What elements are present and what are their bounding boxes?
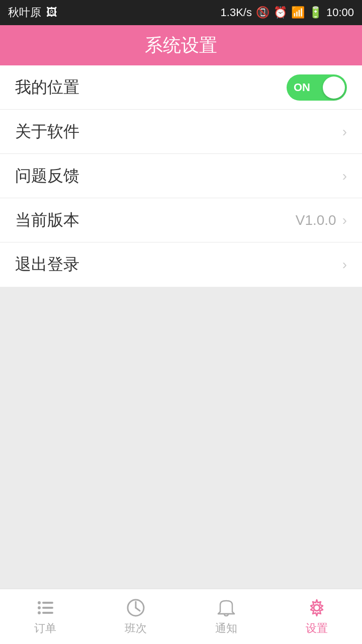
time-text: 10:00 bbox=[326, 6, 354, 19]
settings-list: 我的位置 ON 关于软件 › 问题反馈 › 当前版本 V1.0.0 › 退出登录… bbox=[0, 65, 362, 287]
version-label: 当前版本 bbox=[15, 209, 79, 231]
version-value: V1.0.0 bbox=[296, 212, 336, 228]
svg-rect-5 bbox=[42, 612, 53, 614]
bottom-nav: 订单 班次 通知 设置 bbox=[0, 589, 362, 644]
settings-item-about[interactable]: 关于软件 › bbox=[0, 110, 362, 154]
svg-rect-4 bbox=[42, 607, 53, 609]
settings-label: 设置 bbox=[306, 621, 328, 636]
status-left: 秋叶原 🖼 bbox=[8, 5, 57, 20]
page-title: 系统设置 bbox=[145, 33, 217, 58]
gallery-icon: 🖼 bbox=[46, 6, 57, 19]
carrier-text: 秋叶原 bbox=[8, 5, 41, 20]
status-right: 1.3K/s 📵 ⏰ 📶 🔋 10:00 bbox=[221, 6, 354, 19]
nav-item-shifts[interactable]: 班次 bbox=[90, 598, 181, 636]
settings-icon bbox=[307, 598, 327, 618]
signal-mute-icon: 📵 bbox=[256, 6, 269, 19]
svg-rect-3 bbox=[42, 602, 53, 604]
nav-item-settings[interactable]: 设置 bbox=[272, 598, 362, 636]
version-right: V1.0.0 › bbox=[296, 212, 347, 228]
content-area bbox=[0, 287, 362, 589]
settings-item-feedback[interactable]: 问题反馈 › bbox=[0, 154, 362, 198]
version-chevron-icon: › bbox=[342, 212, 347, 228]
about-right: › bbox=[342, 124, 347, 140]
location-toggle[interactable]: ON bbox=[287, 74, 347, 101]
svg-point-10 bbox=[314, 605, 320, 611]
nav-item-orders[interactable]: 订单 bbox=[0, 598, 90, 636]
toggle-on-label: ON bbox=[294, 81, 310, 94]
about-label: 关于软件 bbox=[15, 121, 79, 143]
location-label: 我的位置 bbox=[15, 76, 79, 99]
battery-icon: 🔋 bbox=[309, 6, 322, 19]
nav-item-notifications[interactable]: 通知 bbox=[181, 598, 272, 636]
svg-point-1 bbox=[38, 606, 41, 609]
orders-label: 订单 bbox=[34, 621, 56, 636]
svg-point-2 bbox=[38, 611, 41, 614]
settings-item-logout[interactable]: 退出登录 › bbox=[0, 243, 362, 287]
status-bar: 秋叶原 🖼 1.3K/s 📵 ⏰ 📶 🔋 10:00 bbox=[0, 0, 362, 25]
feedback-label: 问题反馈 bbox=[15, 165, 79, 187]
logout-right: › bbox=[342, 257, 347, 273]
notifications-label: 通知 bbox=[215, 621, 237, 636]
logout-chevron-icon: › bbox=[342, 257, 347, 273]
toggle-knob bbox=[323, 76, 345, 99]
notifications-icon bbox=[216, 598, 236, 618]
shifts-label: 班次 bbox=[125, 621, 147, 636]
svg-point-0 bbox=[38, 601, 41, 604]
orders-icon bbox=[35, 598, 55, 618]
svg-line-8 bbox=[136, 608, 140, 611]
shifts-icon bbox=[126, 598, 146, 618]
feedback-right: › bbox=[342, 168, 347, 184]
logout-label: 退出登录 bbox=[15, 254, 79, 276]
alarm-icon: ⏰ bbox=[274, 6, 287, 19]
feedback-chevron-icon: › bbox=[342, 168, 347, 184]
wifi-icon: 📶 bbox=[291, 6, 305, 19]
settings-item-version[interactable]: 当前版本 V1.0.0 › bbox=[0, 198, 362, 243]
speed-text: 1.3K/s bbox=[221, 6, 252, 19]
top-bar: 系统设置 bbox=[0, 25, 362, 65]
about-chevron-icon: › bbox=[342, 124, 347, 140]
settings-item-location[interactable]: 我的位置 ON bbox=[0, 65, 362, 110]
